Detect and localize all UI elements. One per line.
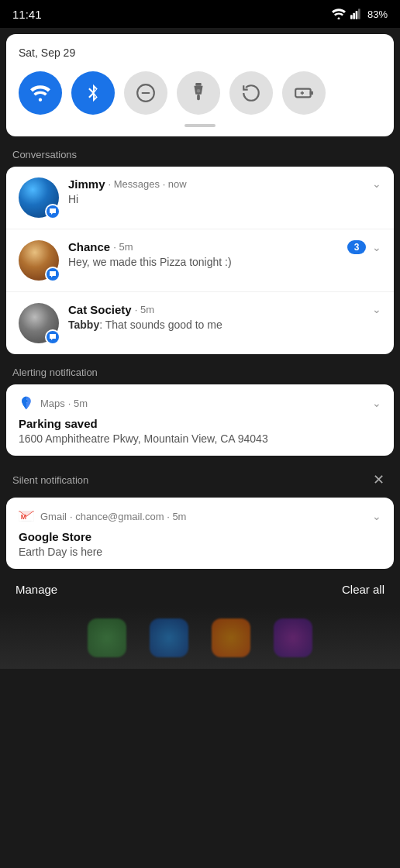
quick-settings-panel: Sat, Sep 29 [6,34,394,136]
dock-icon-4 [274,618,312,657]
silent-card[interactable]: M Gmail · chance@gmail.com · 5m ⌄ Google… [6,498,394,569]
status-icons: 83% [332,9,388,20]
cat-society-sender: Tabby [68,319,99,331]
silent-label: Silent notification [12,474,88,486]
conversations-label: Conversations [12,149,77,160]
maps-notification: Maps · 5m ⌄ Parking saved 1600 Amphithea… [6,384,394,456]
svg-rect-3 [358,9,360,19]
cat-society-msg-badge [45,329,60,345]
gmail-body: Earth Day is here [19,546,381,558]
signal-icon [350,9,363,19]
wifi-icon [30,84,50,102]
jimmy-msg-badge [45,204,60,219]
cat-society-name: Cat Society [68,303,132,316]
gmail-notification: M Gmail · chance@gmail.com · 5m ⌄ Google… [6,498,394,569]
maps-title: Parking saved [19,417,381,430]
dock-icon-2 [150,618,188,657]
chance-meta: · 5m [113,241,133,253]
conversations-header: Conversations [0,140,400,167]
jimmy-expand-icon[interactable]: ⌄ [372,177,381,190]
jimmy-preview: Hi [68,193,366,205]
qs-handle[interactable] [184,124,216,127]
alerting-card[interactable]: Maps · 5m ⌄ Parking saved 1600 Amphithea… [6,384,394,456]
conv-item-cat-society[interactable]: Cat Society · 5m Tabby: That sounds good… [6,292,394,354]
jimmy-meta: · Messages · now [109,178,187,190]
svg-rect-2 [356,11,358,19]
gmail-right: ⌄ [372,509,381,523]
svg-rect-1 [353,13,355,19]
cat-society-preview: Tabby: That sounds good to me [68,319,366,331]
notification-footer: Manage Clear all [0,572,400,607]
qs-date: Sat, Sep 29 [19,46,381,59]
chance-avatar-wrap [19,240,59,281]
dock-icon-1 [88,618,126,657]
cat-society-header-row: Cat Society · 5m [68,303,366,316]
qs-dnd-button[interactable] [124,71,167,115]
gmail-app-name: Gmail [40,511,67,522]
wifi-status-icon [332,9,346,19]
svg-rect-7 [197,95,200,100]
flashlight-icon [190,83,207,103]
cat-society-avatar-wrap [19,303,59,343]
svg-rect-5 [142,92,150,94]
chance-conv-body: Chance · 5m Hey, we made this Pizza toni… [68,240,341,268]
gmail-header-row: M Gmail · chance@gmail.com · 5m ⌄ [19,508,381,524]
svg-point-8 [197,89,201,93]
jimmy-header-row: Jimmy · Messages · now [68,177,366,191]
jimmy-name: Jimmy [68,177,105,191]
chance-messages-icon [47,268,59,281]
bluetooth-icon [84,83,102,103]
chance-msg-badge [45,267,60,282]
svg-text:M: M [21,513,26,521]
maps-right: ⌄ [372,396,381,410]
battery-saver-icon [294,83,314,103]
status-bar: 11:41 83% [0,0,400,28]
manage-button[interactable]: Manage [16,583,57,596]
conv-item-jimmy[interactable]: Jimmy · Messages · now Hi ⌄ [6,167,394,229]
svg-rect-0 [350,15,353,19]
qs-battery-saver-button[interactable] [282,71,326,115]
status-time: 11:41 [12,8,42,21]
chance-right: 3 ⌄ [347,240,381,254]
maps-time: · 5m [68,398,88,409]
jimmy-avatar-wrap [19,177,59,218]
chance-name: Chance [68,240,110,253]
chance-header-row: Chance · 5m [68,240,341,253]
silent-header: Silent notification ✕ [0,459,400,498]
battery-percent: 83% [367,9,388,20]
conversations-card: Jimmy · Messages · now Hi ⌄ [6,167,394,354]
dock-icon-3 [212,618,250,657]
maps-header-row: Maps · 5m ⌄ [19,395,381,411]
conv-item-chance[interactable]: Chance · 5m Hey, we made this Pizza toni… [6,229,394,292]
cat-messages-icon [47,331,59,343]
clear-all-button[interactable]: Clear all [342,583,384,596]
rotate-icon [241,83,261,103]
svg-rect-6 [195,83,201,86]
qs-bluetooth-button[interactable] [71,71,115,115]
qs-buttons [19,71,381,115]
silent-close-button[interactable]: ✕ [370,468,388,491]
qs-flashlight-button[interactable] [177,71,220,115]
alerting-label: Alerting notification [12,367,98,378]
cat-society-meta: · 5m [135,304,154,315]
cat-society-expand-icon[interactable]: ⌄ [372,303,381,315]
maps-app-icon [19,395,34,411]
dnd-icon [136,83,156,103]
maps-expand-icon[interactable]: ⌄ [372,397,381,409]
gmail-app-icon: M [19,508,34,524]
cat-society-conv-body: Cat Society · 5m Tabby: That sounds good… [68,303,366,331]
bottom-dock [0,607,400,669]
gmail-expand-icon[interactable]: ⌄ [372,510,381,522]
chance-unread-badge: 3 [347,240,366,254]
cat-society-right: ⌄ [372,303,381,315]
chance-preview: Hey, we made this Pizza tonight :) [68,256,341,268]
chance-expand-icon[interactable]: ⌄ [372,241,381,253]
messages-app-icon [47,205,59,218]
jimmy-conv-body: Jimmy · Messages · now Hi [68,177,366,205]
gmail-email: · chance@gmail.com · 5m [70,511,187,522]
gmail-title: Google Store [19,530,381,543]
maps-app-name: Maps [40,398,65,409]
qs-wifi-button[interactable] [19,71,62,115]
alerting-header: Alerting notification [0,357,400,384]
qs-rotate-button[interactable] [229,71,273,115]
